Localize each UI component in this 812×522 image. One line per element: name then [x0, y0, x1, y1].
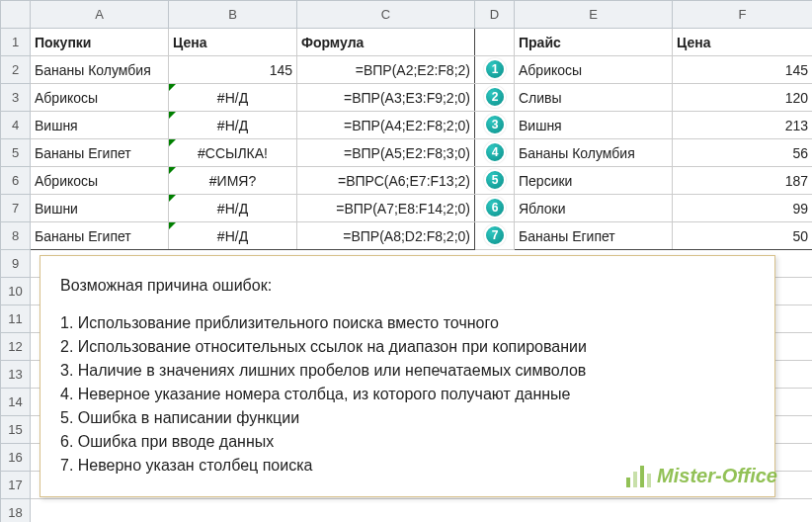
- row-header[interactable]: 18: [1, 499, 31, 523]
- reason-item: 1. Использование приблизительного поиска…: [60, 311, 755, 335]
- row-header[interactable]: 4: [1, 112, 31, 139]
- col-header-B[interactable]: B: [169, 1, 297, 29]
- cell[interactable]: Абрикосы: [31, 167, 169, 195]
- badge-icon: 2: [484, 86, 506, 108]
- col-header-F[interactable]: F: [673, 1, 813, 29]
- table-row: 18: [1, 499, 813, 523]
- cell[interactable]: Вишни: [31, 195, 169, 222]
- cell[interactable]: =ВПР(A5;E2:F8;3;0): [297, 139, 475, 167]
- annotation-badges: 1 2 3 4 5 6 7: [484, 58, 506, 246]
- row-header[interactable]: 14: [1, 389, 31, 416]
- reasons-textbox[interactable]: Возможная причина ошибок: 1. Использован…: [40, 255, 775, 497]
- row-header[interactable]: 17: [1, 472, 31, 499]
- badge-icon: 1: [484, 58, 506, 80]
- table-row: 6 Абрикосы #ИМЯ? =ВПРС(A6;E7:F13;2) Перс…: [1, 167, 813, 195]
- cell[interactable]: [31, 499, 813, 523]
- cell-error[interactable]: #ИМЯ?: [169, 167, 297, 195]
- cell[interactable]: 99: [673, 195, 813, 222]
- row-header[interactable]: 2: [1, 56, 31, 84]
- reason-item: 4. Неверное указание номера столбца, из …: [60, 383, 755, 406]
- badge-icon: 4: [484, 141, 506, 163]
- cell[interactable]: 213: [673, 112, 813, 139]
- reasons-title: Возможная причина ошибок:: [60, 274, 755, 298]
- cell[interactable]: 187: [673, 167, 813, 195]
- select-all-corner[interactable]: [1, 1, 31, 29]
- table-row: 3 Абрикосы #Н/Д =ВПР(A3;E3:F9;2;0) Сливы…: [1, 84, 813, 112]
- watermark-logo: Mister-Office: [626, 465, 777, 487]
- badge-icon: 6: [484, 197, 506, 218]
- cell[interactable]: Цена: [673, 29, 813, 56]
- reason-item: 2. Использование относительных ссылок на…: [60, 335, 755, 359]
- cell[interactable]: [475, 29, 515, 56]
- cell[interactable]: Персики: [515, 167, 673, 195]
- cell[interactable]: =ВПР(A3;E3:F9;2;0): [297, 84, 475, 112]
- cell[interactable]: Бананы Колумбия: [515, 139, 673, 167]
- cell-error[interactable]: #Н/Д: [169, 84, 297, 112]
- cell[interactable]: 145: [169, 56, 297, 84]
- cell[interactable]: =ВПР(A2;E2:F8;2): [297, 56, 475, 84]
- row-header[interactable]: 12: [1, 333, 31, 361]
- badge-icon: 3: [484, 114, 506, 135]
- cell[interactable]: Бананы Колумбия: [31, 56, 169, 84]
- row-header[interactable]: 13: [1, 361, 31, 389]
- col-header-A[interactable]: A: [31, 1, 169, 29]
- reason-item: 5. Ошибка в написании функции: [60, 406, 755, 430]
- row-header[interactable]: 7: [1, 195, 31, 222]
- col-header-C[interactable]: C: [297, 1, 475, 29]
- cell[interactable]: Сливы: [515, 84, 673, 112]
- row-header[interactable]: 8: [1, 222, 31, 250]
- cell-error[interactable]: #ССЫЛКА!: [169, 139, 297, 167]
- cell[interactable]: 56: [673, 139, 813, 167]
- row-header[interactable]: 10: [1, 278, 31, 305]
- cell[interactable]: Бананы Египет: [31, 222, 169, 250]
- row-header[interactable]: 15: [1, 416, 31, 444]
- cell-error[interactable]: #Н/Д: [169, 222, 297, 250]
- cell[interactable]: Вишня: [515, 112, 673, 139]
- reason-item: 6. Ошибка при вводе данных: [60, 430, 755, 454]
- watermark-text: Mister-Office: [657, 465, 777, 487]
- cell[interactable]: Абрикосы: [31, 84, 169, 112]
- cell[interactable]: =ВПРС(A6;E7:F13;2): [297, 167, 475, 195]
- cell[interactable]: =ВПР(A7;E8:F14;2;0): [297, 195, 475, 222]
- cell-error[interactable]: #Н/Д: [169, 112, 297, 139]
- cell[interactable]: 145: [673, 56, 813, 84]
- cell[interactable]: =ВПР(A4;E2:F8;2;0): [297, 112, 475, 139]
- row-header[interactable]: 5: [1, 139, 31, 167]
- cell[interactable]: Прайс: [515, 29, 673, 56]
- cell[interactable]: Яблоки: [515, 195, 673, 222]
- table-row: 7 Вишни #Н/Д =ВПР(A7;E8:F14;2;0) Яблоки …: [1, 195, 813, 222]
- cell[interactable]: Формула: [297, 29, 475, 56]
- cell-error[interactable]: #Н/Д: [169, 195, 297, 222]
- row-header[interactable]: 6: [1, 167, 31, 195]
- row-header[interactable]: 1: [1, 29, 31, 56]
- cell[interactable]: Абрикосы: [515, 56, 673, 84]
- cell[interactable]: Бананы Египет: [31, 139, 169, 167]
- cell[interactable]: 120: [673, 84, 813, 112]
- cell[interactable]: Цена: [169, 29, 297, 56]
- row-header[interactable]: 11: [1, 305, 31, 333]
- col-header-D[interactable]: D: [475, 1, 515, 29]
- table-row: 2 Бананы Колумбия 145 =ВПР(A2;E2:F8;2) А…: [1, 56, 813, 84]
- cell[interactable]: Бананы Египет: [515, 222, 673, 250]
- cell[interactable]: 50: [673, 222, 813, 250]
- row-header[interactable]: 3: [1, 84, 31, 112]
- table-row: 4 Вишня #Н/Д =ВПР(A4;E2:F8;2;0) Вишня 21…: [1, 112, 813, 139]
- cell[interactable]: Покупки: [31, 29, 169, 56]
- bars-icon: [626, 466, 651, 487]
- row-header[interactable]: 9: [1, 250, 31, 278]
- badge-icon: 7: [484, 224, 506, 246]
- table-row: 5 Бананы Египет #ССЫЛКА! =ВПР(A5;E2:F8;3…: [1, 139, 813, 167]
- col-header-E[interactable]: E: [515, 1, 673, 29]
- cell[interactable]: =ВПР(A8;D2:F8;2;0): [297, 222, 475, 250]
- row-header[interactable]: 16: [1, 444, 31, 472]
- reason-item: 3. Наличие в значениях лишних пробелов и…: [60, 359, 755, 383]
- table-row: 8 Бананы Египет #Н/Д =ВПР(A8;D2:F8;2;0) …: [1, 222, 813, 250]
- cell[interactable]: Вишня: [31, 112, 169, 139]
- badge-icon: 5: [484, 169, 506, 191]
- table-row: 1 Покупки Цена Формула Прайс Цена: [1, 29, 813, 56]
